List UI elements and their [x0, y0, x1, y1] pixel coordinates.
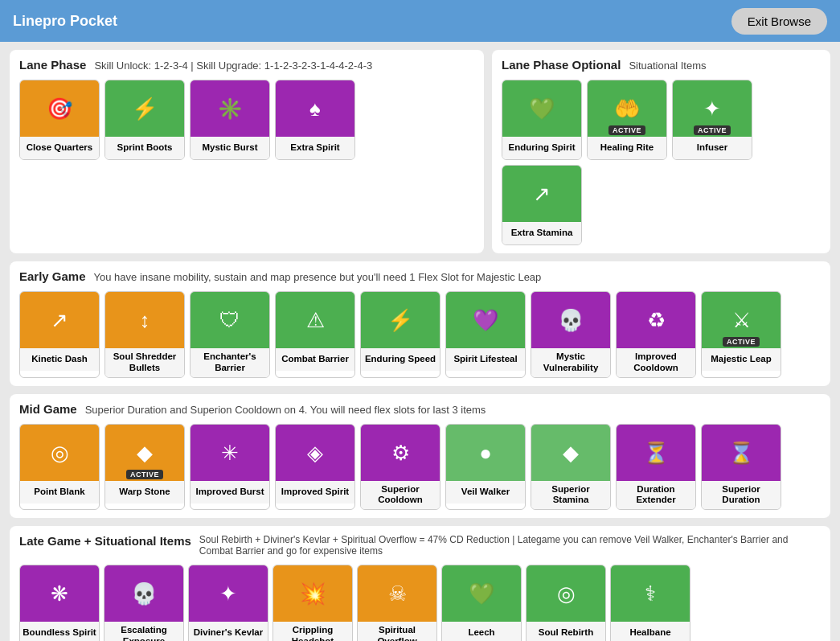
late-game-items: ❋Boundless Spirit💀Escalating Exposure✦Di… [19, 565, 821, 641]
item-icon-healbane: ⚕ [611, 565, 690, 622]
item-icon-close-quarters: 🎯 [20, 80, 99, 137]
item-card-soul-rebirth[interactable]: ◎Soul Rebirth [526, 565, 606, 641]
item-card-mystic-burst[interactable]: ✳️Mystic Burst [190, 80, 270, 160]
item-card-extra-stamina[interactable]: ↗Extra Stamina [502, 165, 582, 245]
lane-optional-subtitle: Situational Items [629, 60, 706, 72]
item-icon-mystic-vulnerability: 💀 [531, 292, 610, 348]
item-icon-duration-extender: ⏳ [617, 425, 695, 481]
exit-browse-button[interactable]: Exit Browse [731, 8, 827, 35]
item-card-infuser[interactable]: ✦ACTIVEInfuser [672, 80, 752, 160]
item-card-boundless-spirit[interactable]: ❋Boundless Spirit [19, 565, 100, 641]
item-icon-infuser: ✦ACTIVE [673, 80, 752, 137]
item-label-diviner-s-kevlar: Diviner's Kevlar [189, 622, 268, 641]
item-icon-healing-rite: 🤲ACTIVE [588, 80, 666, 137]
item-label-boundless-spirit: Boundless Spirit [20, 622, 99, 641]
item-label-majestic-leap: Majestic Leap [702, 348, 781, 371]
item-card-escalating-exposure[interactable]: 💀Escalating Exposure [104, 565, 184, 641]
active-badge: ACTIVE [694, 125, 731, 135]
item-card-extra-spirit[interactable]: ♠Extra Spirit [275, 80, 355, 160]
item-card-warp-stone[interactable]: ◆ACTIVEWarp Stone [104, 424, 185, 511]
item-icon-extra-stamina: ↗ [502, 166, 581, 222]
item-card-duration-extender[interactable]: ⏳Duration Extender [616, 424, 696, 511]
lane-optional-header: Lane Phase Optional Situational Items [502, 58, 821, 72]
item-card-healbane[interactable]: ⚕Healbane [610, 565, 690, 641]
item-label-leech: Leech [442, 622, 521, 641]
item-icon-kinetic-dash: ↗ [20, 292, 99, 348]
item-card-spirit-lifesteal[interactable]: 💜Spirit Lifesteal [445, 291, 526, 378]
mid-game-items: ◎Point Blank◆ACTIVEWarp Stone✳Improved B… [19, 424, 821, 511]
item-card-crippling-headshot[interactable]: 💥Crippling Headshot [272, 565, 353, 641]
early-game-header: Early Game You have insane mobility, sus… [19, 269, 821, 283]
item-label-combat-barrier: Combat Barrier [276, 348, 354, 371]
early-game-subtitle: You have insane mobility, sustain and ma… [94, 271, 542, 283]
item-label-superior-duration: Superior Duration [702, 481, 781, 510]
early-game-items: ↗Kinetic Dash↕Soul Shredder Bullets🛡Ench… [19, 291, 821, 378]
item-label-soul-rebirth: Soul Rebirth [527, 622, 605, 641]
item-card-enchanter-s-barrier[interactable]: 🛡Enchanter's Barrier [190, 291, 270, 378]
item-icon-mystic-burst: ✳️ [191, 80, 269, 137]
item-icon-majestic-leap: ⚔ACTIVE [702, 292, 781, 348]
item-label-close-quarters: Close Quarters [20, 137, 99, 159]
item-card-soul-shredder-bullets[interactable]: ↕Soul Shredder Bullets [104, 291, 185, 378]
item-icon-veil-walker: ● [446, 425, 525, 481]
item-card-superior-cooldown[interactable]: ⚙Superior Cooldown [360, 424, 440, 511]
active-badge: ACTIVE [723, 337, 760, 347]
item-label-spirit-lifesteal: Spirit Lifesteal [446, 348, 525, 371]
item-card-leech[interactable]: 💚Leech [441, 565, 522, 641]
item-icon-extra-spirit: ♠ [276, 80, 354, 137]
mid-game-title: Mid Game [19, 402, 77, 416]
item-card-kinetic-dash[interactable]: ↗Kinetic Dash [19, 291, 100, 378]
item-icon-point-blank: ◎ [20, 425, 99, 481]
item-card-diviner-s-kevlar[interactable]: ✦Diviner's Kevlar [188, 565, 268, 641]
item-card-enduring-speed[interactable]: ⚡Enduring Speed [360, 291, 440, 378]
item-card-mystic-vulnerability[interactable]: 💀Mystic Vulnerability [531, 291, 611, 378]
item-label-crippling-headshot: Crippling Headshot [273, 622, 352, 641]
item-card-majestic-leap[interactable]: ⚔ACTIVEMajestic Leap [701, 291, 781, 378]
item-label-enduring-spirit: Enduring Spirit [502, 137, 581, 159]
active-badge: ACTIVE [608, 125, 645, 135]
mid-game-subtitle: Superior Duration and Superion Cooldown … [85, 404, 486, 416]
active-badge: ACTIVE [126, 470, 163, 479]
item-label-kinetic-dash: Kinetic Dash [20, 348, 99, 371]
item-icon-soul-rebirth: ◎ [527, 565, 605, 622]
item-label-enchanter-s-barrier: Enchanter's Barrier [191, 348, 269, 377]
item-label-improved-burst: Improved Burst [191, 481, 269, 503]
app-title: Linepro Pocket [13, 13, 117, 30]
item-card-close-quarters[interactable]: 🎯Close Quarters [19, 80, 100, 160]
item-card-enduring-spirit[interactable]: 💚Enduring Spirit [502, 80, 582, 160]
item-icon-improved-burst: ✳ [191, 425, 269, 481]
item-label-infuser: Infuser [673, 137, 752, 159]
late-game-header: Late Game + Situational Items Soul Rebir… [19, 534, 821, 557]
item-card-improved-spirit[interactable]: ◈Improved Spirit [275, 424, 355, 511]
lane-phase-header: Lane Phase Skill Unlock: 1-2-3-4 | Skill… [19, 58, 474, 72]
item-card-superior-stamina[interactable]: ◆Superior Stamina [531, 424, 611, 511]
item-card-combat-barrier[interactable]: ⚠Combat Barrier [275, 291, 355, 378]
item-card-spiritual-overflow[interactable]: ☠Spiritual Overflow [357, 565, 437, 641]
item-label-veil-walker: Veil Walker [446, 481, 525, 503]
item-card-point-blank[interactable]: ◎Point Blank [19, 424, 100, 511]
item-icon-boundless-spirit: ❋ [20, 565, 99, 622]
item-label-healbane: Healbane [611, 622, 690, 641]
item-card-veil-walker[interactable]: ●Veil Walker [445, 424, 526, 511]
item-card-healing-rite[interactable]: 🤲ACTIVEHealing Rite [587, 80, 667, 160]
item-label-extra-stamina: Extra Stamina [502, 222, 581, 244]
item-label-duration-extender: Duration Extender [617, 481, 695, 510]
header: Linepro Pocket Exit Browse [0, 0, 840, 42]
lane-optional-title: Lane Phase Optional [502, 58, 621, 72]
item-icon-spirit-lifesteal: 💜 [446, 292, 525, 348]
item-label-improved-cooldown: Improved Cooldown [617, 348, 695, 377]
item-label-spiritual-overflow: Spiritual Overflow [358, 622, 436, 641]
item-icon-leech: 💚 [442, 565, 521, 622]
item-label-superior-cooldown: Superior Cooldown [361, 481, 440, 510]
lane-phase-section: Lane Phase Skill Unlock: 1-2-3-4 | Skill… [10, 50, 484, 253]
item-label-warp-stone: Warp Stone [105, 481, 184, 503]
item-icon-crippling-headshot: 💥 [273, 565, 352, 622]
item-icon-enchanter-s-barrier: 🛡 [191, 292, 269, 348]
item-card-improved-cooldown[interactable]: ♻Improved Cooldown [616, 291, 696, 378]
item-label-extra-spirit: Extra Spirit [276, 137, 354, 159]
item-card-improved-burst[interactable]: ✳Improved Burst [190, 424, 270, 511]
item-label-healing-rite: Healing Rite [588, 137, 666, 159]
item-card-sprint-boots[interactable]: ⚡Sprint Boots [104, 80, 185, 160]
item-icon-enduring-spirit: 💚 [502, 80, 581, 137]
item-card-superior-duration[interactable]: ⌛Superior Duration [701, 424, 781, 511]
